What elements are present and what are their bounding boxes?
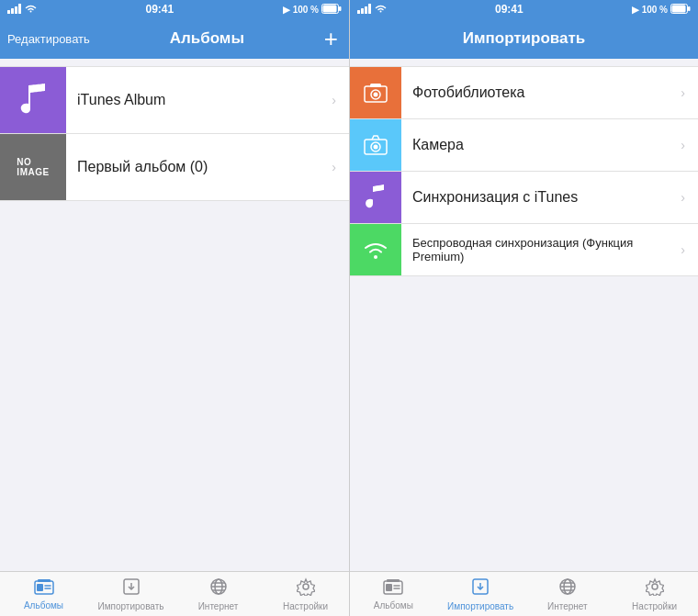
svg-rect-20 [357,10,360,14]
wifi-status-icon [25,4,37,15]
tab-albums-left[interactable]: Альбомы [0,572,87,616]
first-album-chevron: › [332,160,349,174]
itunes-sync-label: Синхронизация с iTunes [401,189,681,206]
no-image-text: NoIMAGE [17,157,49,177]
itunes-thumb [0,67,66,133]
first-album-label: Первый альбом (0) [66,159,332,175]
tab-internet-icon-left [209,577,228,599]
svg-rect-23 [368,4,371,14]
right-tab-settings-icon [646,577,664,599]
tab-settings-icon-left [297,577,315,599]
import-itunes-sync[interactable]: Синхронизация с iTunes › [350,172,698,224]
left-status-left [7,4,37,16]
tab-settings-right[interactable]: Настройки [611,572,698,616]
right-tab-bar: Альбомы Импортировать [350,571,698,616]
tab-internet-left[interactable]: Интернет [174,572,262,616]
svg-point-30 [374,93,378,97]
tab-albums-icon [34,578,54,599]
svg-rect-1 [11,8,14,14]
tab-albums-right[interactable]: Альбомы [350,572,437,616]
svg-rect-0 [7,10,10,14]
edit-button[interactable]: Редактировать [0,32,90,46]
import-camera[interactable]: Камера › [350,119,698,172]
left-content: iTunes Album › NoIMAGE Первый альбом (0)… [0,59,349,571]
wireless-chevron: › [681,242,698,257]
tab-internet-label-left: Интернет [198,601,239,611]
svg-point-47 [652,584,658,589]
right-gps-icon: ▶ [632,5,639,15]
svg-rect-2 [15,6,17,14]
wireless-label: Беспроводная синхронизация (Функция Prem… [401,236,681,263]
list-item-itunes[interactable]: iTunes Album › [0,66,349,134]
svg-rect-36 [387,579,400,582]
photo-library-icon-box [350,67,401,118]
right-status-right: ▶ 100 % [632,4,691,16]
tab-internet-right[interactable]: Интернет [524,572,612,616]
tab-import-right[interactable]: Импортировать [437,572,524,616]
svg-rect-22 [365,6,367,14]
battery-percent: 100 % [293,5,319,15]
itunes-sync-icon-box [350,172,401,223]
right-tab-settings-label: Настройки [632,601,677,611]
right-content: Фотобиблиотека › Камера › [350,59,698,571]
left-panel: 09:41 ▶ 100 % Редактировать Альбомы + [0,0,349,616]
no-image-thumb: NoIMAGE [0,134,66,200]
itunes-chevron: › [332,93,349,107]
camera-label: Камера [401,137,681,153]
right-status-bar: 09:41 ▶ 100 % [350,0,698,18]
left-time: 09:41 [145,3,174,16]
left-status-bar: 09:41 ▶ 100 % [0,0,349,18]
itunes-sync-chevron: › [681,190,698,205]
left-nav-bar: Редактировать Альбомы + [0,18,349,59]
battery-icon [321,4,342,16]
tab-settings-label-left: Настройки [283,601,328,611]
svg-rect-25 [672,5,686,12]
photo-library-chevron: › [681,85,698,100]
signal-icon [7,4,21,16]
tab-import-label-left: Импортировать [97,601,163,611]
tab-import-left[interactable]: Импортировать [87,572,174,616]
left-status-right: ▶ 100 % [283,4,342,16]
right-battery-percent: 100 % [642,5,668,15]
right-signal-icon [357,4,371,16]
right-tab-internet-icon [558,577,577,599]
right-nav-bar: Импортировать [350,18,698,59]
svg-rect-8 [38,579,51,582]
photo-library-label: Фотобиблиотека [401,84,681,101]
camera-icon-box [350,119,401,171]
tab-import-icon-left [122,577,141,599]
svg-rect-21 [361,8,364,14]
svg-rect-3 [18,4,21,14]
left-nav-title: Альбомы [170,29,244,48]
tab-settings-left[interactable]: Настройки [262,572,349,616]
right-tab-import-label: Импортировать [447,601,513,611]
import-wireless[interactable]: Беспроводная синхронизация (Функция Prem… [350,224,698,276]
wireless-icon-box [350,224,401,275]
right-tab-import-icon [471,577,490,599]
itunes-album-label: iTunes Album [66,92,332,108]
import-photo-library[interactable]: Фотобиблиотека › [350,66,698,119]
svg-rect-37 [386,584,392,591]
svg-rect-6 [339,6,342,11]
right-status-left [357,4,387,16]
right-wifi-icon [375,4,387,15]
right-battery-icon [670,4,691,16]
right-time: 09:41 [495,3,524,16]
right-tab-internet-label: Интернет [547,601,588,611]
left-tab-bar: Альбомы Импортировать [0,571,349,616]
svg-point-34 [374,255,377,259]
right-nav-title: Импортировать [463,29,586,48]
svg-point-19 [303,584,309,589]
svg-rect-28 [370,84,381,87]
right-panel: 09:41 ▶ 100 % Импортировать [349,0,698,616]
camera-chevron: › [681,138,698,152]
svg-rect-5 [323,5,337,12]
gps-icon: ▶ [283,5,290,15]
tab-albums-label-left: Альбомы [24,600,63,610]
svg-point-33 [374,145,378,150]
add-album-button[interactable]: + [324,27,349,50]
right-tab-albums-label: Альбомы [374,600,413,610]
svg-rect-26 [688,6,691,11]
right-tab-albums-icon [383,578,403,599]
list-item-first-album[interactable]: NoIMAGE Первый альбом (0) › [0,134,349,201]
